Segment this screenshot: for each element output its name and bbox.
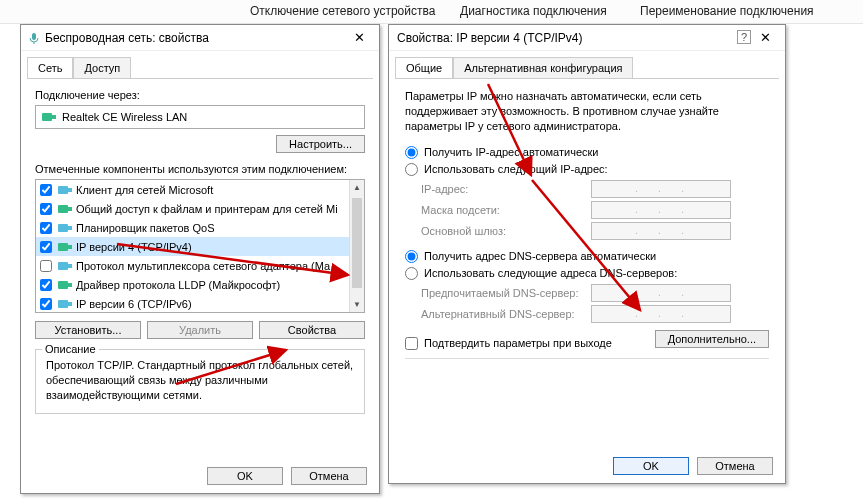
adapter-icon — [42, 111, 56, 123]
radio-dns-manual[interactable] — [405, 267, 418, 280]
component-label: Протокол мультиплексора сетевого адаптер… — [76, 260, 330, 272]
component-checkbox[interactable] — [40, 203, 52, 215]
svg-rect-2 — [42, 113, 52, 121]
radio-dns-auto-label: Получить адрес DNS-сервера автоматически — [424, 250, 656, 262]
intro-text: Параметры IP можно назначать автоматичес… — [405, 89, 769, 134]
properties-button[interactable]: Свойства — [259, 321, 365, 339]
component-label: IP версии 6 (TCP/IPv6) — [76, 298, 192, 310]
component-item[interactable]: IP версии 4 (TCP/IPv4) — [36, 237, 364, 256]
ip-address-label: IP-адрес: — [421, 183, 591, 195]
component-checkbox[interactable] — [40, 279, 52, 291]
uninstall-button: Удалить — [147, 321, 253, 339]
command-rename[interactable]: Переименование подключения — [640, 4, 814, 18]
svg-rect-3 — [52, 115, 56, 119]
dns-alt-label: Альтернативный DNS-сервер: — [421, 308, 591, 320]
component-icon — [58, 241, 72, 253]
tab-general[interactable]: Общие — [395, 57, 453, 78]
tab-strip: Общие Альтернативная конфигурация — [389, 51, 785, 78]
component-item[interactable]: Общий доступ к файлам и принтерам для се… — [36, 199, 364, 218]
svg-rect-15 — [68, 283, 72, 287]
radio-dns-manual-label: Использовать следующие адреса DNS-сервер… — [424, 267, 677, 279]
gateway-label: Основной шлюз: — [421, 225, 591, 237]
component-checkbox[interactable] — [40, 222, 52, 234]
cancel-button[interactable]: Отмена — [291, 467, 367, 485]
dialog-title: Беспроводная сеть: свойства — [45, 31, 209, 45]
component-label: Клиент для сетей Microsoft — [76, 184, 213, 196]
svg-rect-9 — [68, 226, 72, 230]
svg-rect-17 — [68, 302, 72, 306]
svg-rect-11 — [68, 245, 72, 249]
svg-rect-10 — [58, 243, 68, 251]
cancel-button[interactable]: Отмена — [697, 457, 773, 475]
validate-label: Подтвердить параметры при выходе — [424, 337, 612, 349]
description-group: Описание Протокол TCP/IP. Стандартный пр… — [35, 349, 365, 414]
component-icon — [58, 203, 72, 215]
description-text: Протокол TCP/IP. Стандартный протокол гл… — [46, 358, 354, 403]
configure-button[interactable]: Настроить... — [276, 135, 365, 153]
component-icon — [58, 222, 72, 234]
command-disable-device[interactable]: Отключение сетевого устройства — [250, 4, 435, 18]
component-icon — [58, 298, 72, 310]
radio-dns-auto[interactable] — [405, 250, 418, 263]
svg-rect-5 — [68, 188, 72, 192]
description-legend: Описание — [42, 343, 99, 355]
wireless-properties-dialog: Беспроводная сеть: свойства ✕ Сеть Досту… — [20, 24, 380, 494]
dns-alt-field: . . . — [591, 305, 731, 323]
svg-rect-0 — [32, 33, 36, 40]
component-item[interactable]: Драйвер протокола LLDP (Майкрософт) — [36, 275, 364, 294]
scroll-up-icon[interactable]: ▲ — [350, 180, 364, 195]
help-icon[interactable]: ? — [737, 30, 751, 44]
dialog-title: Свойства: IP версии 4 (TCP/IPv4) — [397, 31, 583, 45]
components-list[interactable]: Клиент для сетей MicrosoftОбщий доступ к… — [35, 179, 365, 313]
close-icon[interactable]: ✕ — [347, 30, 371, 45]
subnet-field: . . . — [591, 201, 731, 219]
component-item[interactable]: IP версии 6 (TCP/IPv6) — [36, 294, 364, 313]
radio-ip-auto[interactable] — [405, 146, 418, 159]
ok-button[interactable]: OK — [613, 457, 689, 475]
radio-ip-manual-row[interactable]: Использовать следующий IP-адрес: — [405, 163, 769, 176]
titlebar: Свойства: IP версии 4 (TCP/IPv4) ? ✕ — [389, 25, 785, 51]
svg-rect-16 — [58, 300, 68, 308]
radio-ip-manual[interactable] — [405, 163, 418, 176]
adapter-name: Realtek CE Wireless LAN — [62, 111, 187, 123]
titlebar: Беспроводная сеть: свойства ✕ — [21, 25, 379, 51]
validate-checkbox[interactable] — [405, 337, 418, 350]
dns-preferred-label: Предпочитаемый DNS-сервер: — [421, 287, 591, 299]
component-item[interactable]: Клиент для сетей Microsoft — [36, 180, 364, 199]
svg-rect-14 — [58, 281, 68, 289]
component-checkbox[interactable] — [40, 184, 52, 196]
tab-alt-config[interactable]: Альтернативная конфигурация — [453, 57, 633, 78]
command-diagnose[interactable]: Диагностика подключения — [460, 4, 607, 18]
radio-dns-auto-row[interactable]: Получить адрес DNS-сервера автоматически — [405, 250, 769, 263]
scrollbar[interactable]: ▲ ▼ — [349, 180, 364, 312]
svg-rect-7 — [68, 207, 72, 211]
svg-rect-4 — [58, 186, 68, 194]
ip-address-field: . . . — [591, 180, 731, 198]
scroll-down-icon[interactable]: ▼ — [350, 297, 364, 312]
component-checkbox[interactable] — [40, 241, 52, 253]
component-label: Планировщик пакетов QoS — [76, 222, 215, 234]
component-item[interactable]: Планировщик пакетов QoS — [36, 218, 364, 237]
advanced-button[interactable]: Дополнительно... — [655, 330, 769, 348]
gateway-field: . . . — [591, 222, 731, 240]
component-icon — [58, 279, 72, 291]
component-item[interactable]: Протокол мультиплексора сетевого адаптер… — [36, 256, 364, 275]
close-icon[interactable]: ✕ — [753, 30, 777, 45]
tab-sharing[interactable]: Доступ — [73, 57, 131, 78]
parent-window-toolbar: Отключение сетевого устройства Диагности… — [0, 0, 863, 24]
components-label: Отмеченные компоненты используются этим … — [35, 163, 365, 175]
component-label: IP версии 4 (TCP/IPv4) — [76, 241, 192, 253]
tab-network[interactable]: Сеть — [27, 57, 73, 78]
install-button[interactable]: Установить... — [35, 321, 141, 339]
radio-dns-manual-row[interactable]: Использовать следующие адреса DNS-сервер… — [405, 267, 769, 280]
radio-ip-auto-row[interactable]: Получить IP-адрес автоматически — [405, 146, 769, 159]
component-checkbox[interactable] — [40, 260, 52, 272]
component-label: Общий доступ к файлам и принтерам для се… — [76, 203, 338, 215]
ok-button[interactable]: OK — [207, 467, 283, 485]
component-checkbox[interactable] — [40, 298, 52, 310]
adapter-box: Realtek CE Wireless LAN — [35, 105, 365, 129]
ipv4-properties-dialog: Свойства: IP версии 4 (TCP/IPv4) ? ✕ Общ… — [388, 24, 786, 484]
scroll-thumb[interactable] — [352, 198, 362, 288]
svg-rect-13 — [68, 264, 72, 268]
svg-rect-8 — [58, 224, 68, 232]
